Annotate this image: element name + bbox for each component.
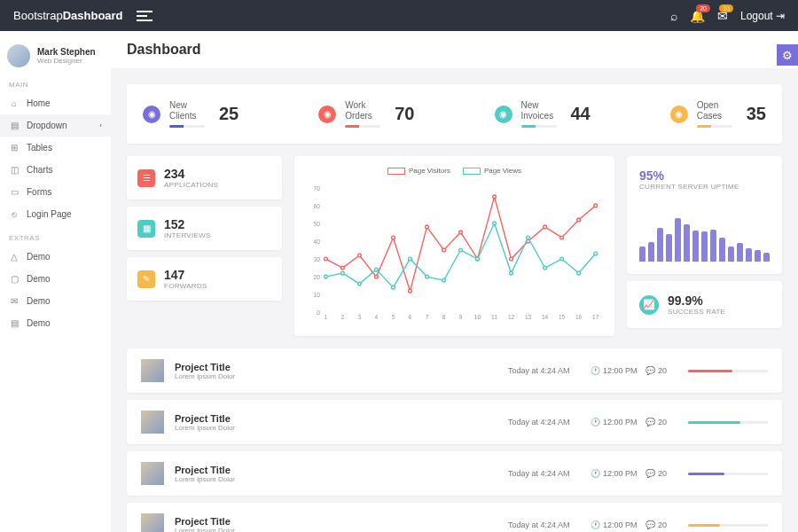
nav-icon: ▭ [9,187,20,197]
progress-bar [688,370,768,372]
uptime-bar [763,253,770,262]
stat-row: ◉NewClients25◉WorkOrders70◉NewInvoices44… [127,84,782,144]
nav-icon: ▢ [9,274,20,284]
mini-icon: ✎ [137,270,155,288]
chart-icon: 📈 [639,295,659,315]
svg-point-44 [358,282,362,286]
svg-point-51 [476,257,480,261]
project-thumb [141,411,164,434]
svg-text:15: 15 [559,314,566,320]
settings-gear-icon[interactable]: ⚙ [777,44,798,66]
svg-text:4: 4 [375,314,379,320]
user-profile[interactable]: Mark Stephen Web Designer [0,40,111,72]
uptime-bar [684,224,690,262]
mail-icon[interactable]: ✉10 [717,9,728,23]
sidebar-item-demo[interactable]: △Demo [0,246,111,268]
svg-text:11: 11 [491,314,498,320]
svg-text:40: 40 [314,239,321,245]
svg-point-31 [426,225,429,229]
stat-icon: ◉ [318,106,336,123]
comment-icon: 💬 20 [645,366,667,375]
uptime-bar [701,231,708,262]
comment-icon: 💬 20 [645,520,667,529]
svg-point-42 [325,275,328,278]
svg-point-57 [577,271,581,275]
sidebar-item-demo[interactable]: ✉Demo [0,290,111,312]
uptime-bar [639,246,645,262]
nav-icon: ▤ [9,318,20,328]
svg-point-49 [442,278,446,282]
nav-icon: ◫ [9,165,20,175]
svg-point-33 [459,231,463,234]
bell-icon[interactable]: 🔔20 [690,9,705,23]
svg-point-29 [392,236,395,239]
mini-card: ✎147FORWARDS [127,257,282,301]
stat-icon: ◉ [495,106,512,123]
project-row[interactable]: Project TitleLorem Ipsum Dolor Today at … [127,451,782,496]
project-thumb [141,462,164,485]
svg-text:16: 16 [575,314,583,320]
nav-icon: ▤ [9,121,20,130]
nav-icon: △ [9,252,20,262]
svg-point-36 [510,257,513,261]
logout-link[interactable]: Logout ⇥ [740,10,785,22]
project-list: Project TitleLorem Ipsum Dolor Today at … [127,348,782,532]
sidebar-item-charts[interactable]: ◫Charts [0,159,111,181]
svg-text:6: 6 [409,314,412,320]
svg-text:2: 2 [341,314,345,320]
project-row[interactable]: Project TitleLorem Ipsum Dolor Today at … [127,400,782,444]
svg-point-56 [560,257,564,261]
svg-text:30: 30 [314,256,321,262]
progress-bar [688,421,768,424]
sidebar-item-tables[interactable]: ⊞Tables [0,137,111,159]
mini-icon: ▦ [137,220,155,238]
sidebar-item-forms[interactable]: ▭Forms [0,181,111,203]
clock-icon: 🕐 12:00 PM [591,366,637,375]
sidebar: Mark Stephen Web Designer MAIN ⌂Home▤Dro… [0,31,111,532]
svg-text:10: 10 [474,314,481,320]
project-thumb [141,513,164,532]
sidebar-item-demo[interactable]: ▤Demo [0,312,111,334]
nav-icon: ✉ [9,296,20,306]
project-row[interactable]: Project TitleLorem Ipsum Dolor Today at … [127,348,782,393]
svg-point-28 [375,275,379,278]
svg-point-48 [426,275,429,278]
mini-card: ▦152INTERVIEWS [127,207,282,250]
uptime-bar [657,228,663,262]
progress-bar [688,473,768,475]
svg-point-32 [442,248,446,252]
svg-text:50: 50 [314,221,321,227]
stat-icon: ◉ [670,106,688,123]
sidebar-item-demo[interactable]: ▢Demo [0,268,111,290]
sidebar-item-dropdown[interactable]: ▤Dropdown‹ [0,114,111,137]
svg-point-30 [409,289,412,293]
svg-point-46 [392,286,395,289]
svg-point-50 [459,248,463,252]
uptime-bar [755,250,761,262]
svg-point-54 [527,236,530,239]
sidebar-item-home[interactable]: ⌂Home [0,92,111,114]
svg-point-38 [544,225,547,229]
brand[interactable]: BootstrapDashboard [13,9,123,22]
mini-icon: ☰ [137,169,155,187]
uptime-bar [648,242,654,262]
svg-point-25 [325,257,328,261]
svg-text:14: 14 [542,314,549,320]
nav-icon: ⊞ [9,143,20,153]
sidebar-item-login-page[interactable]: ⎋Login Page [0,203,111,225]
svg-point-43 [341,271,345,275]
user-role: Web Designer [37,57,96,65]
nav-icon: ⎋ [9,209,20,219]
svg-point-35 [493,195,497,199]
project-row[interactable]: Project TitleLorem Ipsum Dolor Today at … [127,503,782,532]
menu-toggle-icon[interactable] [137,11,153,21]
clock-icon: 🕐 12:00 PM [591,520,637,529]
search-icon[interactable]: ⌕ [670,9,677,23]
uptime-bar [692,231,699,262]
mini-stats: ☰234APPLICATIONS▦152INTERVIEWS✎147FORWAR… [127,156,282,336]
uptime-bar [728,246,734,262]
page-header: Dashboard ⚙ [111,31,798,68]
stat-card: ◉NewClients25 [143,100,239,128]
progress-bar [688,524,768,527]
svg-text:70: 70 [314,185,321,192]
